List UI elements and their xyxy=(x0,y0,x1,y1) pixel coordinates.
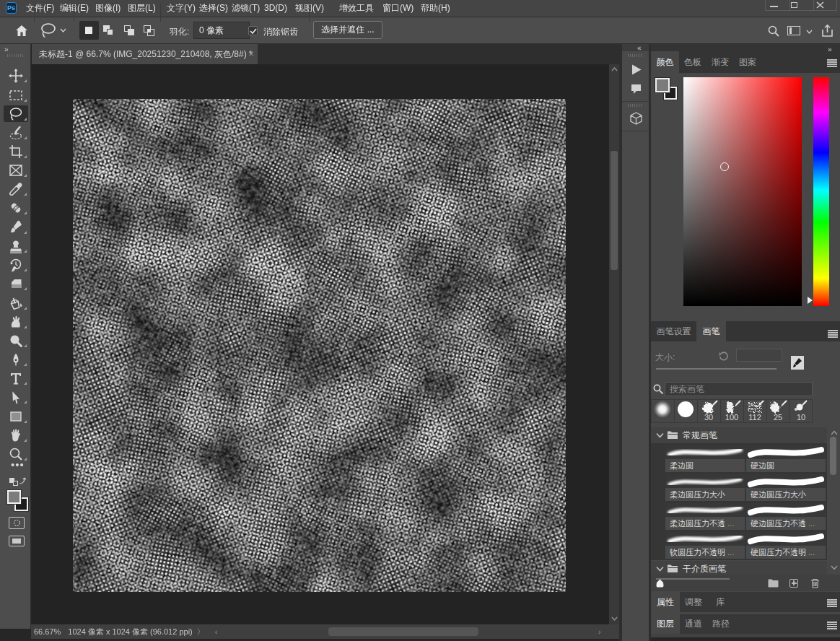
svg-text:25: 25 xyxy=(774,413,782,422)
svg-text:100: 100 xyxy=(725,413,738,422)
svg-text:10: 10 xyxy=(797,413,805,422)
svg-text:30: 30 xyxy=(704,413,713,422)
svg-text:112: 112 xyxy=(748,413,761,422)
